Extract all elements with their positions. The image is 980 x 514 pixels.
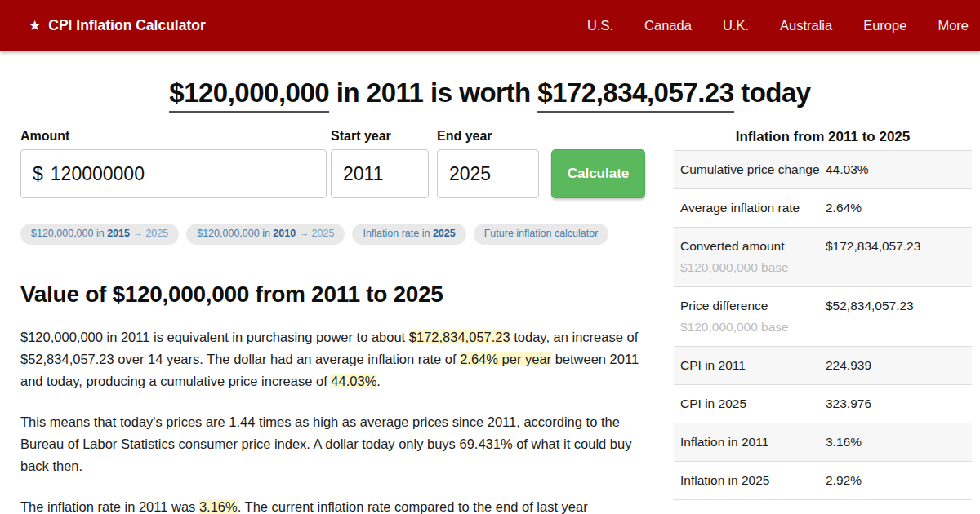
related-links: $120,000,000 in 2015 → 2025 $120,000,000… [20, 224, 645, 245]
title-amount-from: $120,000,000 [169, 78, 329, 113]
related-link-chip[interactable]: $120,000,000 in 2010 → 2025 [186, 224, 345, 245]
star-icon: ★ [29, 17, 41, 34]
paragraph-text: . The current inflation rate compared to… [238, 499, 588, 514]
inflation-summary: Inflation from 2011 to 2025 Cumulative p… [674, 129, 972, 500]
page-title: $120,000,000 in 2011 is worth $172,834,0… [16, 76, 964, 109]
paragraph-text: $120,000,000 in 2011 is equivalent in pu… [20, 330, 409, 344]
section-heading: Value of $120,000,000 from 2011 to 2025 [20, 281, 645, 308]
article-paragraph: $120,000,000 in 2011 is equivalent in pu… [20, 326, 645, 392]
nav-link[interactable]: Canada [644, 18, 692, 33]
header-nav: U.S.CanadaU.K.AustraliaEuropeMore [587, 18, 969, 33]
nav-link[interactable]: U.K. [723, 18, 749, 33]
start-year-input-box[interactable] [331, 149, 429, 198]
nav-link[interactable]: Europe [863, 18, 906, 33]
table-row: Inflation in 2011 3.16% [674, 423, 972, 461]
calculate-button[interactable]: Calculate [551, 149, 645, 198]
summary-table: Cumulative price change 44.03% Average i… [674, 150, 972, 500]
table-row: Cumulative price change 44.03% [674, 150, 972, 188]
table-row-label: Converted amount $120,000,000 base [680, 236, 821, 278]
table-row-label: CPI in 2025 [680, 393, 821, 414]
chip-bold-text: 2010 [273, 228, 296, 239]
table-row: Inflation in 2025 2.92% [674, 461, 972, 499]
table-row: Average inflation rate 2.64% [674, 188, 972, 227]
calculator-form: Amount $ Start year End year [20, 129, 645, 198]
table-row-label: Price difference $120,000,000 base [680, 295, 821, 338]
nav-link[interactable]: Australia [780, 18, 832, 33]
table-row: Converted amount $120,000,000 base $172,… [674, 227, 972, 286]
row-label-text: Price difference [680, 299, 768, 312]
article-body: $120,000,000 in 2011 is equivalent in pu… [20, 326, 645, 514]
related-link-chip[interactable]: Future inflation calculator [474, 224, 609, 245]
title-middle: in 2011 is worth [329, 78, 537, 108]
amount-label: Amount [20, 129, 327, 144]
title-suffix: today [734, 78, 811, 108]
table-row-value: 224.939 [826, 355, 965, 376]
row-label-text: Inflation in 2025 [680, 473, 769, 487]
row-label-text: CPI in 2011 [680, 358, 746, 372]
table-row-value: 2.92% [826, 470, 965, 491]
table-row-value: 323.976 [826, 393, 965, 414]
row-label-subtext: $120,000,000 base [680, 317, 821, 338]
highlighted-value: $172,834,057.23 [409, 330, 510, 344]
chip-bold-text: 2015 [107, 228, 130, 239]
table-row-value: 44.03% [826, 159, 965, 180]
currency-prefix: $ [33, 163, 43, 185]
brand-title: CPI Inflation Calculator [48, 17, 206, 34]
table-row: Price difference $120,000,000 base $52,8… [674, 286, 972, 346]
table-row-value: 2.64% [826, 197, 965, 219]
row-label-text: Cumulative price change [680, 162, 820, 176]
title-amount-to: $172,834,057.23 [537, 78, 733, 113]
related-link-chip[interactable]: $120,000,000 in 2015 → 2025 [20, 224, 179, 245]
table-row-label: Inflation in 2011 [680, 432, 821, 453]
highlighted-value: 3.16% [199, 499, 238, 514]
start-year-input[interactable] [343, 163, 416, 185]
article-paragraph: The inflation rate in 2011 was 3.16%. Th… [20, 496, 645, 514]
start-year-field: Start year [331, 129, 429, 198]
table-row-label: Cumulative price change [680, 159, 821, 180]
chip-post-text: → 2025 [130, 228, 168, 239]
row-label-subtext: $120,000,000 base [680, 257, 821, 278]
end-year-field: End year [437, 129, 539, 198]
chip-post-text: → 2025 [296, 228, 334, 239]
chip-text: $120,000,000 in [197, 228, 273, 239]
highlighted-value: 2.64% per year [460, 352, 551, 366]
row-label-text: Average inflation rate [680, 201, 800, 215]
table-row-label: CPI in 2011 [680, 355, 821, 376]
start-year-label: Start year [331, 129, 429, 144]
end-year-label: End year [437, 129, 539, 144]
related-link-chip[interactable]: Inflation rate in 2025 [352, 224, 466, 245]
nav-link[interactable]: More [938, 18, 969, 33]
paragraph-text: . [376, 374, 381, 388]
row-label-text: Converted amount [680, 239, 785, 253]
chip-text: Inflation rate in [363, 228, 432, 239]
table-row-value: 3.16% [826, 432, 965, 453]
table-row-value: $172,834,057.23 [826, 236, 965, 257]
amount-input-box[interactable]: $ [20, 149, 327, 198]
article-paragraph: This means that today's prices are 1.44 … [20, 411, 645, 477]
amount-input[interactable] [51, 163, 314, 185]
highlighted-value: 44.03% [331, 374, 376, 388]
header: ★ CPI Inflation Calculator U.S.CanadaU.K… [0, 0, 980, 51]
end-year-input[interactable] [449, 163, 527, 185]
chip-text: Future inflation calculator [484, 228, 599, 239]
paragraph-text: The inflation rate in 2011 was [20, 499, 199, 514]
end-year-input-box[interactable] [437, 149, 539, 198]
paragraph-text: This means that today's prices are 1.44 … [20, 414, 631, 473]
amount-field: Amount $ [20, 129, 327, 198]
chip-bold-text: 2025 [433, 228, 456, 239]
table-row-value: $52,834,057.23 [826, 295, 965, 317]
table-row-label: Average inflation rate [680, 197, 821, 219]
calculator-column: Amount $ Start year End year [20, 129, 645, 514]
chip-text: $120,000,000 in [31, 228, 107, 239]
main-content: $120,000,000 in 2011 is worth $172,834,0… [0, 76, 980, 514]
sidebar-title: Inflation from 2011 to 2025 [674, 129, 972, 145]
nav-link[interactable]: U.S. [587, 18, 613, 33]
brand[interactable]: ★ CPI Inflation Calculator [29, 17, 206, 34]
table-row: CPI in 2011 224.939 [674, 346, 972, 384]
table-row-label: Inflation in 2025 [680, 470, 821, 491]
table-row: CPI in 2025 323.976 [674, 384, 972, 423]
row-label-text: CPI in 2025 [680, 397, 746, 410]
row-label-text: Inflation in 2011 [680, 435, 768, 449]
